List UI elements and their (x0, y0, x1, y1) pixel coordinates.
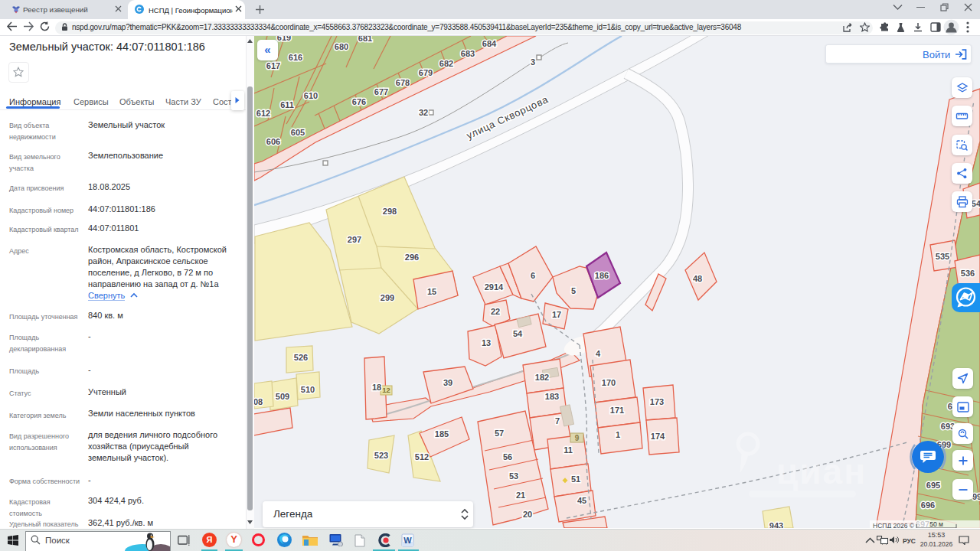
svg-text:9: 9 (575, 434, 580, 442)
svg-text:45: 45 (577, 496, 586, 505)
svg-text:1: 1 (616, 430, 620, 439)
svg-text:39: 39 (443, 378, 452, 387)
svg-text:612: 612 (256, 109, 270, 118)
svg-text:22: 22 (491, 307, 500, 316)
svg-text:611: 611 (280, 100, 294, 109)
svg-text:53: 53 (509, 471, 518, 481)
svg-text:20: 20 (523, 510, 532, 519)
svg-text:56: 56 (503, 452, 512, 461)
svg-text:617: 617 (266, 61, 280, 70)
svg-text:681: 681 (358, 36, 372, 43)
svg-text:535: 535 (936, 252, 949, 261)
svg-text:48: 48 (693, 274, 702, 283)
svg-text:298: 298 (383, 207, 397, 216)
svg-text:циан: циан (776, 452, 867, 491)
svg-text:171: 171 (610, 406, 624, 415)
svg-text:4: 4 (596, 349, 601, 358)
svg-text:540: 540 (972, 199, 980, 208)
svg-text:526: 526 (294, 353, 308, 362)
svg-text:13: 13 (482, 338, 491, 347)
svg-text:15: 15 (427, 287, 436, 296)
svg-text:21: 21 (516, 491, 525, 500)
svg-text:18: 18 (372, 383, 381, 392)
svg-text:677: 677 (374, 87, 388, 96)
svg-text:943: 943 (769, 521, 783, 528)
svg-text:2914: 2914 (485, 282, 504, 292)
svg-text:11: 11 (564, 445, 573, 455)
svg-text:185: 185 (435, 429, 449, 439)
svg-text:299: 299 (381, 293, 394, 302)
svg-text:6: 6 (531, 271, 535, 280)
svg-text:7: 7 (555, 416, 560, 425)
svg-text:174: 174 (651, 432, 665, 441)
svg-text:57: 57 (495, 429, 504, 438)
svg-text:616: 616 (289, 53, 302, 62)
svg-text:679: 679 (419, 68, 433, 77)
svg-text:684: 684 (482, 39, 497, 48)
svg-text:512: 512 (415, 452, 429, 461)
svg-text:682: 682 (439, 59, 453, 68)
svg-text:НСПД 2026 ©: НСПД 2026 © (873, 522, 915, 528)
svg-text:50 м: 50 м (929, 520, 943, 528)
svg-text:12: 12 (382, 386, 390, 394)
svg-text:182: 182 (535, 373, 549, 382)
svg-text:610: 610 (304, 91, 318, 100)
svg-text:32: 32 (419, 108, 428, 117)
svg-text:605: 605 (291, 128, 305, 137)
svg-text:170: 170 (602, 378, 616, 387)
svg-text:676: 676 (352, 97, 366, 106)
svg-text:696: 696 (921, 500, 935, 510)
svg-text:5: 5 (571, 286, 576, 295)
svg-text:297: 297 (348, 235, 361, 244)
svg-text:509: 509 (276, 392, 289, 401)
svg-text:678: 678 (396, 78, 410, 87)
svg-text:51: 51 (571, 474, 580, 484)
svg-text:683: 683 (461, 49, 475, 58)
svg-text:606: 606 (266, 137, 280, 146)
svg-text:536: 536 (961, 269, 975, 278)
svg-text:186: 186 (595, 271, 609, 280)
svg-text:510: 510 (301, 385, 315, 394)
svg-text:3: 3 (531, 57, 535, 67)
svg-text:183: 183 (545, 392, 559, 401)
svg-text:619: 619 (277, 36, 291, 42)
svg-text:99: 99 (972, 492, 980, 501)
svg-text:523: 523 (374, 451, 388, 460)
svg-text:54: 54 (513, 329, 523, 338)
svg-text:173: 173 (650, 397, 664, 406)
svg-text:680: 680 (335, 42, 348, 51)
svg-text:296: 296 (405, 253, 419, 262)
svg-text:508: 508 (254, 397, 263, 406)
svg-text:17: 17 (552, 310, 561, 319)
svg-text:W: W (403, 536, 412, 545)
